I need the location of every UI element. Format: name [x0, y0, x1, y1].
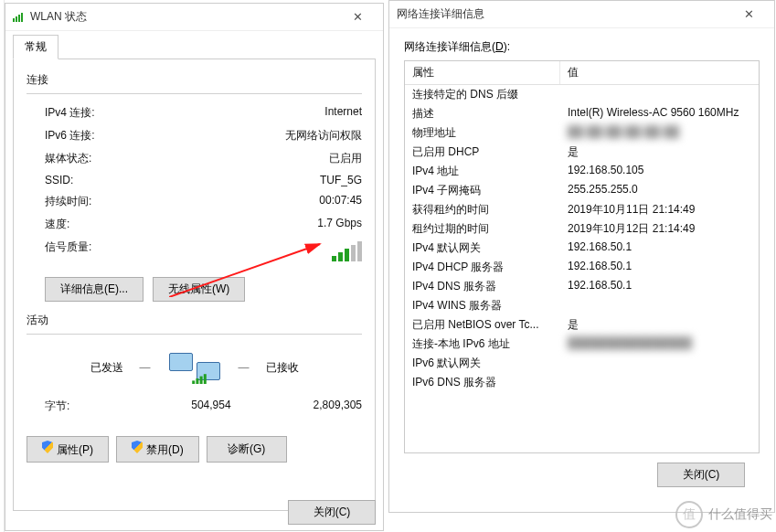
row-value: 已启用	[329, 151, 362, 166]
table-row[interactable]: 租约过期的时间2019年10月12日 21:14:49	[405, 219, 759, 239]
row-key: 媒体状态:	[45, 151, 91, 166]
tab-body: 连接 IPv4 连接:InternetIPv6 连接:无网络访问权限媒体状态:已…	[13, 59, 376, 511]
cell-value: 255.255.255.0	[560, 183, 759, 198]
signal-quality-label: 信号质量:	[45, 239, 91, 264]
divider	[27, 93, 362, 94]
table-row[interactable]: 获得租约的时间2019年10月11日 21:14:49	[405, 200, 759, 219]
watermark: 值 什么值得买	[675, 501, 772, 528]
sent-label: 已发送	[90, 360, 123, 376]
header-value[interactable]: 值	[560, 61, 759, 84]
connection-row: 速度:1.7 Gbps	[27, 213, 362, 236]
titlebar: 网络连接详细信息 ✕	[389, 1, 774, 28]
cell-property: IPv4 默认网关	[405, 240, 560, 256]
shield-icon	[42, 441, 53, 453]
section-activity: 活动	[27, 313, 362, 328]
connection-row: IPv4 连接:Internet	[27, 101, 362, 124]
close-button[interactable]: 关闭(C)	[657, 463, 745, 487]
wlan-status-window: WLAN 状态 ✕ 常规 连接 IPv4 连接:InternetIPv6 连接:…	[5, 3, 384, 531]
header-property[interactable]: 属性	[405, 61, 560, 84]
details-button[interactable]: 详细信息(E)...	[45, 277, 144, 302]
cell-property: 连接特定的 DNS 后缀	[405, 87, 560, 102]
cell-property: 描述	[405, 106, 560, 122]
cell-value	[560, 298, 759, 314]
row-key: SSID:	[45, 174, 73, 186]
network-activity-icon	[167, 349, 222, 386]
cell-property: IPv4 DHCP 服务器	[405, 260, 560, 275]
watermark-icon: 值	[675, 501, 703, 528]
cell-property: 租约过期的时间	[405, 221, 560, 237]
table-row[interactable]: 已启用 NetBIOS over Tc...是	[405, 315, 759, 335]
bytes-recv-value: 2,809,305	[314, 399, 362, 414]
table-row[interactable]: IPv4 DHCP 服务器192.168.50.1	[405, 258, 759, 277]
details-subtitle: 网络连接详细信息(D):	[404, 39, 760, 55]
diagnose-button[interactable]: 诊断(G)	[207, 436, 287, 463]
cell-value: 2019年10月11日 21:14:49	[560, 202, 759, 218]
cell-property: IPv4 WINS 服务器	[405, 298, 560, 314]
cell-property: IPv6 DNS 服务器	[405, 375, 560, 390]
cell-value: ████████████████	[560, 336, 759, 352]
table-row[interactable]: IPv4 地址192.168.50.105	[405, 162, 759, 181]
cell-property: IPv4 地址	[405, 164, 560, 179]
row-key: 持续时间:	[45, 194, 91, 209]
titlebar: WLAN 状态 ✕	[5, 4, 383, 31]
table-row[interactable]: IPv4 WINS 服务器	[405, 296, 759, 315]
row-key: 速度:	[45, 217, 69, 232]
cell-property: IPv4 DNS 服务器	[405, 279, 560, 294]
table-row[interactable]: 物理地址██-██-██-██-██-██	[405, 123, 759, 143]
wireless-properties-button[interactable]: 无线属性(W)	[153, 277, 245, 302]
cell-property: 获得租约的时间	[405, 202, 560, 218]
table-header: 属性 值	[405, 61, 759, 85]
row-value: 无网络访问权限	[285, 128, 362, 144]
cell-value: 是	[560, 144, 759, 160]
dash-icon: —	[140, 361, 151, 374]
cell-value: ██-██-██-██-██-██	[560, 125, 759, 141]
cell-value	[560, 87, 759, 102]
close-icon[interactable]: ✕	[730, 7, 767, 21]
close-icon[interactable]: ✕	[339, 10, 376, 24]
row-value: 00:07:45	[319, 194, 362, 209]
cell-value: 是	[560, 317, 759, 333]
cell-value: 192.168.50.1	[560, 279, 759, 294]
cell-value: 192.168.50.1	[560, 260, 759, 275]
section-connection: 连接	[27, 72, 362, 88]
row-value: TUF_5G	[320, 174, 362, 186]
cell-property: IPv4 子网掩码	[405, 183, 560, 198]
connection-row: 媒体状态:已启用	[27, 147, 362, 170]
cell-property: IPv6 默认网关	[405, 356, 560, 371]
tab-general[interactable]: 常规	[13, 35, 58, 59]
table-row[interactable]: 连接特定的 DNS 后缀	[405, 85, 759, 104]
cell-value: Intel(R) Wireless-AC 9560 160MHz	[560, 106, 759, 122]
wifi-icon	[13, 13, 23, 22]
connection-row: IPv6 连接:无网络访问权限	[27, 124, 362, 147]
row-key: IPv6 连接:	[45, 128, 95, 144]
divider	[27, 334, 362, 335]
cell-value	[560, 375, 759, 390]
row-key: IPv4 连接:	[45, 105, 95, 121]
window-title: WLAN 状态	[30, 9, 87, 25]
table-row[interactable]: IPv4 DNS 服务器192.168.50.1	[405, 277, 759, 296]
table-row[interactable]: IPv4 子网掩码255.255.255.0	[405, 181, 759, 200]
table-row[interactable]: IPv6 默认网关	[405, 354, 759, 373]
cell-property: 已启用 NetBIOS over Tc...	[405, 317, 560, 333]
cell-property: 已启用 DHCP	[405, 144, 560, 160]
properties-button[interactable]: 属性(P)	[27, 436, 109, 463]
watermark-text: 什么值得买	[708, 506, 772, 523]
cell-property: 物理地址	[405, 125, 560, 141]
table-row[interactable]: 连接-本地 IPv6 地址████████████████	[405, 335, 759, 354]
cell-value	[560, 356, 759, 371]
table-row[interactable]: IPv4 默认网关192.168.50.1	[405, 239, 759, 258]
table-row[interactable]: 已启用 DHCP是	[405, 143, 759, 162]
recv-label: 已接收	[266, 360, 299, 376]
cell-property: 连接-本地 IPv6 地址	[405, 336, 560, 352]
table-row[interactable]: IPv6 DNS 服务器	[405, 373, 759, 392]
cell-value: 192.168.50.1	[560, 240, 759, 256]
close-button[interactable]: 关闭(C)	[288, 500, 376, 525]
dash-icon: —	[239, 361, 250, 374]
disable-button[interactable]: 禁用(D)	[116, 436, 199, 463]
table-row[interactable]: 描述Intel(R) Wireless-AC 9560 160MHz	[405, 104, 759, 123]
network-details-window: 网络连接详细信息 ✕ 网络连接详细信息(D): 属性 值 连接特定的 DNS 后…	[388, 0, 775, 513]
connection-row: 持续时间:00:07:45	[27, 190, 362, 213]
window-title: 网络连接详细信息	[397, 6, 484, 22]
activity-row: 已发送 — — 已接收	[27, 342, 362, 395]
signal-strength-icon	[332, 243, 362, 261]
